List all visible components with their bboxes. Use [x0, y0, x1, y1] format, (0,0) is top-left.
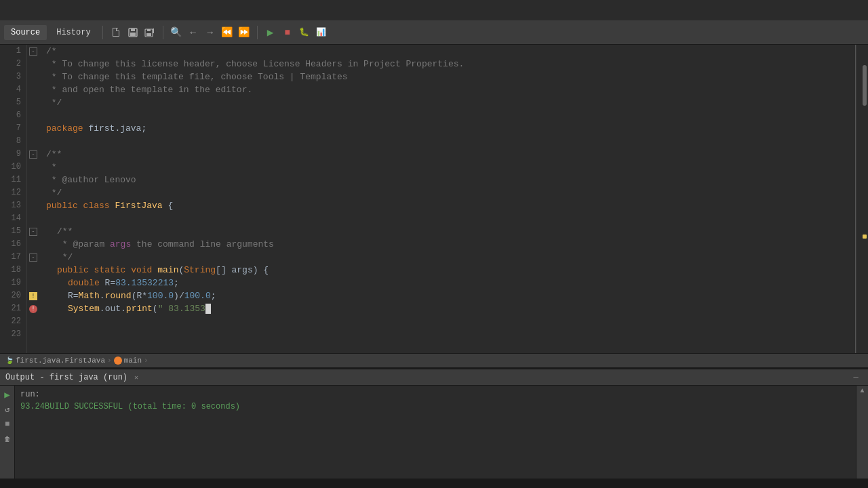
code-line-20: R=Math.round(R*100.0)/100.0; [68, 289, 855, 302]
collapse-icon-9[interactable]: - [29, 150, 37, 159]
code-line-15: /** [57, 225, 855, 238]
collapse-icon-17[interactable]: - [29, 253, 37, 262]
output-actions: ─ [849, 371, 863, 384]
svg-rect-3 [119, 30, 119, 37]
svg-rect-0 [113, 28, 118, 28]
gutter-16 [27, 238, 41, 251]
svg-rect-5 [116, 30, 119, 31]
line-num-2: 2 [0, 58, 26, 70]
output-close-btn[interactable]: ✕ [132, 373, 141, 382]
run-btn[interactable]: ▶ [262, 24, 279, 41]
svg-rect-11 [146, 33, 151, 36]
next-btn[interactable]: → [202, 24, 218, 41]
warn-20: ! [27, 289, 41, 302]
line-num-22: 22 [0, 315, 26, 328]
line-num-7: 7 [0, 122, 26, 135]
code-line-3: * To change this template file, choose T… [46, 70, 855, 83]
svg-rect-8 [130, 33, 136, 36]
gutter-6 [27, 109, 41, 122]
profile-btn[interactable]: 📊 [313, 24, 330, 41]
code-line-10: * [46, 161, 855, 174]
toolbar-group-2: 🔍 ← → ⏪ ⏩ [168, 24, 252, 41]
code-line-18: public static void main(String[] args) { [57, 264, 855, 277]
new-file-btn[interactable] [108, 24, 124, 41]
line-num-8: 8 [0, 135, 26, 148]
code-line-11: * @author Lenovo [46, 174, 855, 186]
output-scrollbar[interactable]: ▲ [856, 386, 868, 479]
code-line-12: */ [46, 186, 855, 199]
line-num-19: 19 [0, 277, 26, 289]
code-line-2: * To change this license header, choose … [46, 58, 855, 70]
output-scroll-up[interactable]: ▲ [860, 387, 864, 394]
code-line-9: /** [46, 148, 855, 161]
output-line-run: run: [20, 388, 850, 401]
code-line-17: */ [57, 251, 855, 264]
collapse-icon-15[interactable]: - [29, 228, 37, 236]
gutter-11 [27, 174, 41, 186]
output-clear-btn[interactable]: 🗑 [1, 433, 14, 445]
svg-rect-7 [131, 28, 135, 31]
output-minimize-btn[interactable]: ─ [849, 371, 863, 384]
output-side-actions: ▶ ↺ ■ 🗑 [0, 386, 15, 479]
collapse-15[interactable]: - [27, 225, 41, 238]
collapse-icon-1[interactable]: - [29, 47, 37, 56]
collapse-17[interactable]: - [27, 251, 41, 264]
tab-source[interactable]: Source [4, 25, 47, 40]
warn-icon-20: ! [29, 292, 37, 300]
code-line-19: double R=83.13532213; [68, 277, 855, 289]
gutter-10 [27, 161, 41, 174]
breadcrumb-class[interactable]: main [124, 357, 142, 365]
output-content: run: 93.24BUILD SUCCESSFUL (total time: … [15, 386, 856, 479]
top-bar [0, 0, 868, 20]
code-line-7: package first.java; [46, 122, 855, 135]
code-line-8 [46, 135, 855, 148]
output-stop-btn[interactable]: ■ [1, 418, 14, 430]
gutter-2 [27, 58, 41, 70]
prev-btn[interactable]: ← [185, 24, 201, 41]
right-scrollbar[interactable] [856, 45, 868, 353]
output-panel: Output - first java (run) ✕ ─ ▶ ↺ ■ 🗑 ru… [0, 368, 868, 479]
output-title: Output - first java (run) [5, 373, 127, 382]
code-editor[interactable]: /* * To change this license header, choo… [41, 45, 855, 353]
gutter-13 [27, 199, 41, 212]
output-header: Output - first java (run) ✕ ─ [0, 369, 868, 386]
back-btn[interactable]: ⏪ [219, 24, 235, 41]
output-play-btn[interactable]: ▶ [1, 388, 14, 401]
stop-btn[interactable]: ■ [279, 24, 296, 41]
tab-history[interactable]: History [50, 25, 97, 40]
code-line-1: /* [46, 45, 855, 58]
save-all-btn[interactable] [142, 24, 158, 41]
line-num-5: 5 [0, 96, 26, 109]
code-line-21: System.out.print(" 83.1353 [68, 302, 855, 315]
line-gutter: - - - - ! ! [27, 45, 41, 353]
line-num-16: 16 [0, 238, 26, 251]
breadcrumb-sep-1: › [107, 357, 112, 365]
fwd-btn[interactable]: ⏩ [236, 24, 252, 41]
collapse-9[interactable]: - [27, 148, 41, 161]
code-line-6 [46, 109, 855, 122]
line-num-10: 10 [0, 161, 26, 174]
line-numbers: 1 2 3 4 5 6 7 8 9 10 11 12 13 14 15 16 1… [0, 45, 27, 353]
line-num-18: 18 [0, 264, 26, 277]
line-num-21: 21 [0, 302, 26, 315]
breadcrumb-icon: 🍃 [5, 357, 14, 365]
svg-rect-10 [147, 29, 151, 31]
output-rerun-btn[interactable]: ↺ [1, 403, 14, 415]
breadcrumb-bar: 🍃 first.java.FirstJava › main › [0, 353, 868, 368]
find-btn[interactable]: 🔍 [168, 24, 184, 41]
breadcrumb-project[interactable]: first.java.FirstJava [16, 357, 105, 365]
collapse-1[interactable]: - [27, 45, 41, 58]
cursor [205, 304, 211, 314]
line-num-14: 14 [0, 212, 26, 225]
line-num-11: 11 [0, 174, 26, 186]
gutter-14 [27, 212, 41, 225]
svg-rect-1 [113, 28, 113, 36]
gutter-19 [27, 277, 41, 289]
debug-btn[interactable]: 🐛 [296, 24, 313, 41]
scroll-indicator[interactable] [863, 65, 867, 106]
gutter-7 [27, 122, 41, 135]
toolbar-separator-3 [257, 26, 258, 39]
breadcrumb-sep-2: › [144, 357, 149, 365]
output-tab[interactable]: Output - first java (run) [5, 373, 127, 382]
save-btn[interactable] [125, 24, 141, 41]
